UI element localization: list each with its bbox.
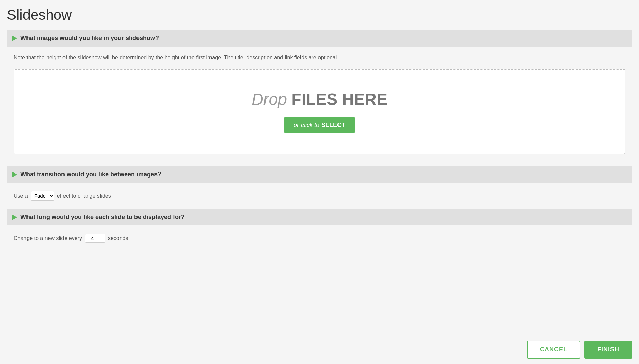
transition-section-content: Use a Fade Slide None effect to change s… — [7, 183, 632, 209]
duration-label-after: seconds — [108, 235, 128, 241]
duration-section: What long would you like each slide to b… — [7, 209, 632, 251]
duration-row: Change to a new slide every seconds — [14, 234, 625, 243]
select-button-bold-text: SELECT — [321, 122, 345, 128]
footer-buttons: CANCEL FINISH — [0, 335, 639, 364]
images-note: Note that the height of the slideshow wi… — [14, 55, 625, 61]
transition-select[interactable]: Fade Slide None — [31, 191, 54, 201]
images-section-content: Note that the height of the slideshow wi… — [7, 47, 632, 166]
transition-row: Use a Fade Slide None effect to change s… — [14, 191, 625, 201]
files-here-text: FILES HERE — [291, 90, 387, 108]
select-files-button[interactable]: or click to SELECT — [284, 117, 355, 133]
duration-section-content: Change to a new slide every seconds — [7, 225, 632, 251]
expand-arrow-icon-2 — [12, 172, 17, 177]
images-section-header: What images would you like in your slide… — [7, 30, 632, 47]
expand-arrow-icon — [12, 36, 17, 41]
transition-section-header: What transition would you like between i… — [7, 166, 632, 183]
transition-label-after: effect to change slides — [57, 193, 111, 199]
images-section: What images would you like in your slide… — [7, 30, 632, 166]
duration-section-title: What long would you like each slide to b… — [20, 214, 185, 221]
finish-button[interactable]: FINISH — [584, 341, 632, 359]
transition-section: What transition would you like between i… — [7, 166, 632, 209]
transition-section-title: What transition would you like between i… — [20, 171, 161, 178]
duration-label-before: Change to a new slide every — [14, 235, 82, 241]
page-title: Slideshow — [7, 7, 632, 23]
drop-zone-text: Drop FILES HERE — [252, 90, 387, 109]
drop-word: Drop — [252, 90, 291, 108]
images-section-title: What images would you like in your slide… — [20, 35, 159, 42]
select-button-italic-text: or click to — [294, 122, 321, 128]
expand-arrow-icon-3 — [12, 215, 17, 220]
cancel-button[interactable]: CANCEL — [527, 341, 580, 359]
page-container: Slideshow What images would you like in … — [0, 0, 639, 285]
duration-section-header: What long would you like each slide to b… — [7, 209, 632, 225]
file-drop-zone[interactable]: Drop FILES HERE or click to SELECT — [14, 69, 625, 154]
duration-spinner[interactable] — [85, 234, 105, 243]
transition-label-before: Use a — [14, 193, 28, 199]
